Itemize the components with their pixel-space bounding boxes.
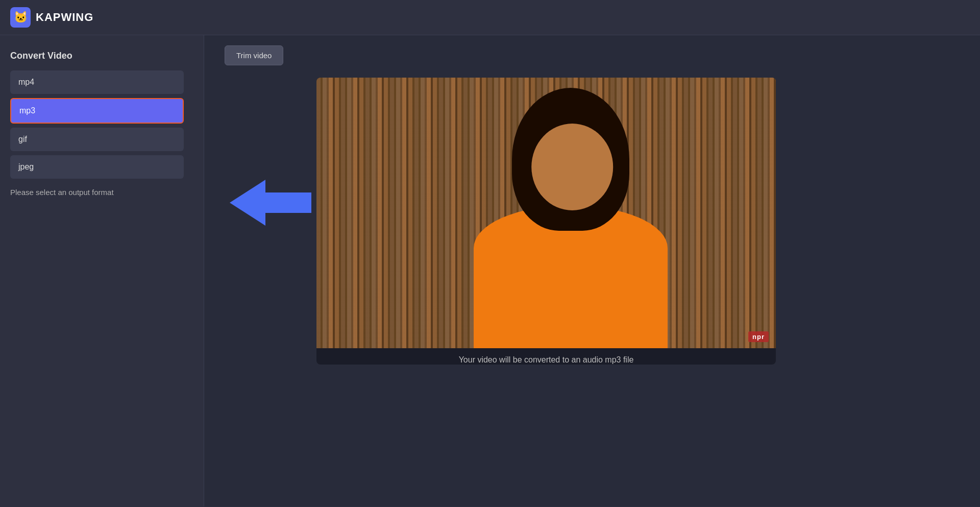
toolbar: Trim video bbox=[225, 45, 960, 65]
arrow-container bbox=[225, 180, 316, 226]
video-and-arrow: npr Your video will be converted to an a… bbox=[225, 78, 960, 365]
format-option-jpeg[interactable]: jpeg bbox=[10, 155, 184, 179]
format-option-mp4[interactable]: mp4 bbox=[10, 70, 184, 94]
person-face bbox=[531, 124, 613, 210]
logo-text: KAPWING bbox=[36, 11, 93, 24]
status-text: Please select an output format bbox=[10, 188, 193, 197]
logo-icon: 🐱 bbox=[10, 7, 31, 28]
video-container: npr Your video will be converted to an a… bbox=[316, 78, 776, 365]
format-option-mp3[interactable]: mp3 bbox=[10, 98, 184, 124]
person-silhouette bbox=[448, 98, 693, 348]
app-header: 🐱 KAPWING bbox=[0, 0, 980, 35]
sidebar-title: Convert Video bbox=[10, 51, 193, 61]
logo: 🐱 KAPWING bbox=[10, 7, 93, 28]
left-arrow-icon bbox=[230, 180, 311, 226]
video-scene: npr bbox=[316, 78, 776, 348]
content-area: Trim video bbox=[204, 35, 980, 506]
trim-video-button[interactable]: Trim video bbox=[225, 45, 283, 65]
main-layout: Convert Video mp4 mp3 gif jpeg Please se… bbox=[0, 35, 980, 506]
format-option-gif[interactable]: gif bbox=[10, 128, 184, 151]
sidebar: Convert Video mp4 mp3 gif jpeg Please se… bbox=[0, 35, 204, 506]
svg-marker-0 bbox=[230, 180, 311, 226]
npr-badge: npr bbox=[748, 331, 769, 342]
video-preview: npr bbox=[316, 78, 776, 348]
video-caption: Your video will be converted to an audio… bbox=[316, 355, 776, 365]
